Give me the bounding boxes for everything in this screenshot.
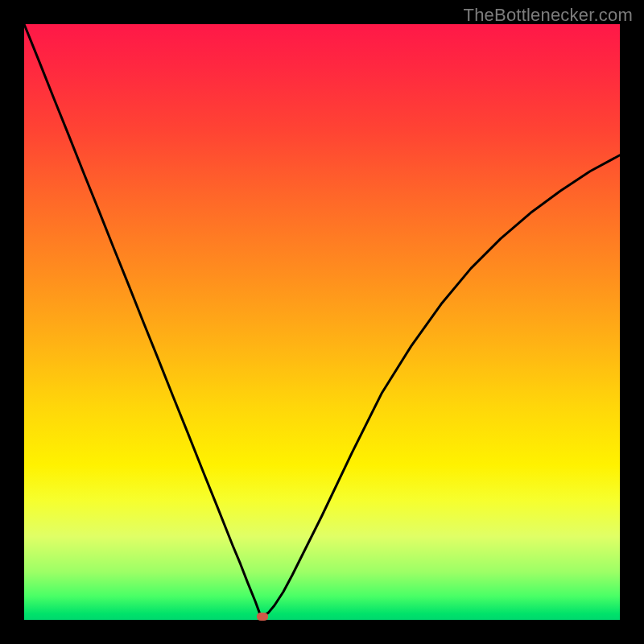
curve-path [24, 24, 620, 617]
minimum-marker [257, 613, 268, 621]
watermark-text: TheBottlenecker.com [464, 5, 633, 26]
chart-frame: TheBottlenecker.com [0, 0, 644, 644]
bottleneck-curve [24, 24, 620, 620]
